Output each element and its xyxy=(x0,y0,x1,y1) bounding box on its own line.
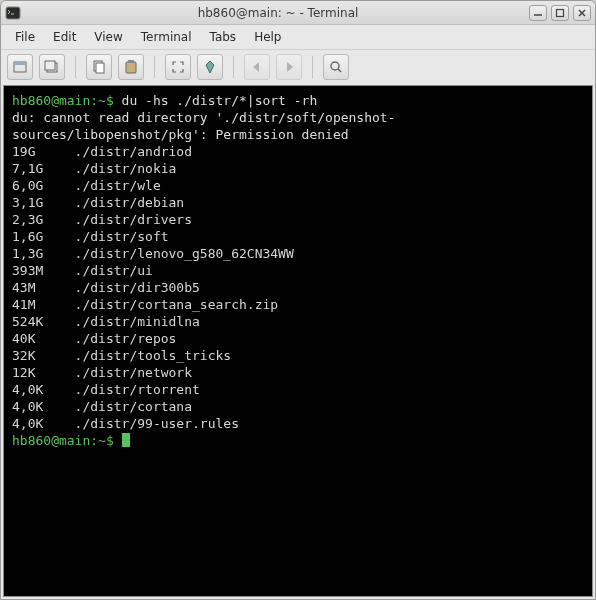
svg-rect-3 xyxy=(557,9,564,16)
svg-rect-10 xyxy=(126,62,136,73)
prompt: hb860@main:~$ xyxy=(12,433,122,448)
search-button[interactable] xyxy=(323,54,349,80)
output-line: 43M ./distr/dir300b5 xyxy=(12,279,584,296)
svg-rect-11 xyxy=(128,60,134,63)
svg-rect-9 xyxy=(96,63,104,73)
output-line: 2,3G ./distr/drivers xyxy=(12,211,584,228)
next-tab-button[interactable] xyxy=(276,54,302,80)
menu-tabs[interactable]: Tabs xyxy=(202,27,245,47)
menu-file[interactable]: File xyxy=(7,27,43,47)
fullscreen-button[interactable] xyxy=(165,54,191,80)
output-line: 524K ./distr/minidlna xyxy=(12,313,584,330)
output-line: 3,1G ./distr/debian xyxy=(12,194,584,211)
output-line: 40K ./distr/repos xyxy=(12,330,584,347)
menu-terminal[interactable]: Terminal xyxy=(133,27,200,47)
output-line: 4,0K ./distr/99-user.rules xyxy=(12,415,584,432)
new-window-button[interactable] xyxy=(39,54,65,80)
output-line: 41M ./distr/cortana_search.zip xyxy=(12,296,584,313)
output-line: 32K ./distr/tools_tricks xyxy=(12,347,584,364)
output-line: 4,0K ./distr/rtorrent xyxy=(12,381,584,398)
prompt-line: hb860@main:~$ xyxy=(12,432,584,449)
svg-rect-0 xyxy=(6,7,20,19)
output-line: 1,6G ./distr/soft xyxy=(12,228,584,245)
titlebar[interactable]: hb860@main: ~ - Terminal xyxy=(1,1,595,25)
minimize-button[interactable] xyxy=(529,5,547,21)
preferences-button[interactable] xyxy=(197,54,223,80)
cursor xyxy=(122,433,130,447)
toolbar-separator xyxy=(233,56,234,78)
copy-button[interactable] xyxy=(86,54,112,80)
toolbar-separator xyxy=(75,56,76,78)
error-line: du: cannot read directory './distr/soft/… xyxy=(12,109,584,143)
prompt: hb860@main:~$ xyxy=(12,93,122,108)
command-text: du -hs ./distr/*|sort -rh xyxy=(122,93,318,108)
window-controls xyxy=(529,5,591,21)
output-line: 19G ./distr/andriod xyxy=(12,143,584,160)
menubar: File Edit View Terminal Tabs Help xyxy=(1,25,595,49)
terminal-view[interactable]: hb860@main:~$ du -hs ./distr/*|sort -rhd… xyxy=(3,85,593,597)
menu-edit[interactable]: Edit xyxy=(45,27,84,47)
svg-line-13 xyxy=(338,69,341,72)
toolbar xyxy=(1,49,595,83)
output-line: 4,0K ./distr/cortana xyxy=(12,398,584,415)
close-button[interactable] xyxy=(573,5,591,21)
output-line: 1,3G ./distr/lenovo_g580_62CN34WW xyxy=(12,245,584,262)
maximize-button[interactable] xyxy=(551,5,569,21)
menu-help[interactable]: Help xyxy=(246,27,289,47)
terminal-window: hb860@main: ~ - Terminal File Edit View … xyxy=(0,0,596,600)
command-line: hb860@main:~$ du -hs ./distr/*|sort -rh xyxy=(12,92,584,109)
svg-rect-7 xyxy=(45,61,55,70)
output-line: 7,1G ./distr/nokia xyxy=(12,160,584,177)
output-line: 393M ./distr/ui xyxy=(12,262,584,279)
paste-button[interactable] xyxy=(118,54,144,80)
app-icon xyxy=(5,5,21,21)
toolbar-separator xyxy=(154,56,155,78)
output-line: 6,0G ./distr/wle xyxy=(12,177,584,194)
new-tab-button[interactable] xyxy=(7,54,33,80)
menu-view[interactable]: View xyxy=(86,27,130,47)
output-line: 12K ./distr/network xyxy=(12,364,584,381)
window-title: hb860@main: ~ - Terminal xyxy=(27,6,529,20)
toolbar-separator xyxy=(312,56,313,78)
svg-point-12 xyxy=(331,62,339,70)
svg-rect-5 xyxy=(14,62,26,65)
prev-tab-button[interactable] xyxy=(244,54,270,80)
